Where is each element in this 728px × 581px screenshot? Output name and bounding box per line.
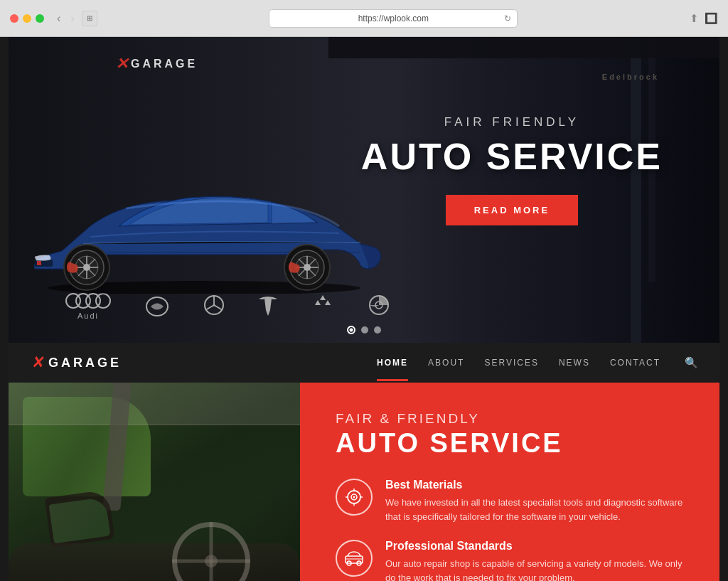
feature-1-text: Best Materials We have invested in all t… — [385, 479, 684, 524]
hero-subtitle: FAIR FRIENDLY — [361, 115, 663, 129]
feature-1-title: Best Materials — [385, 479, 684, 491]
car-svg — [19, 151, 389, 294]
nav-home[interactable]: HOME — [377, 358, 408, 368]
svg-point-32 — [353, 496, 355, 499]
svg-line-23 — [214, 305, 223, 310]
brand-bmw — [368, 294, 390, 319]
brand-audi: Audi — [65, 293, 111, 320]
section-image — [9, 383, 300, 581]
back-button[interactable]: ‹ — [54, 11, 63, 26]
hero-text-block: FAIR FRIENDLY AUTO SERVICE READ MORE — [361, 115, 663, 225]
search-icon[interactable]: 🔍 — [685, 356, 698, 369]
reload-icon[interactable]: ↻ — [504, 14, 511, 23]
hero-section: Edelbrock — [9, 37, 719, 343]
dot-active[interactable] — [347, 326, 355, 334]
slider-dots — [347, 326, 381, 334]
dot-2[interactable] — [374, 326, 381, 334]
svg-rect-37 — [346, 556, 363, 563]
dot-1[interactable] — [361, 326, 368, 334]
brand-mercedes — [203, 294, 225, 319]
close-button[interactable] — [10, 14, 18, 23]
car-roof-interior — [9, 383, 300, 425]
dashboard — [9, 543, 300, 581]
svg-marker-26 — [315, 300, 321, 305]
logo-area: ✕ GARAGE — [30, 353, 122, 373]
forward-button[interactable]: › — [68, 11, 77, 26]
bookmark-icon[interactable]: 🔲 — [705, 12, 718, 25]
feature-2: Professional Standards Our auto repair s… — [336, 540, 684, 581]
svg-point-10 — [83, 264, 90, 271]
feature-2-icon — [336, 540, 373, 577]
nav-about[interactable]: ABOUT — [428, 358, 464, 368]
hero-title: AUTO SERVICE — [361, 135, 663, 178]
navbar: ✕ GARAGE HOME ABOUT SERVICES NEWS CONTAC… — [9, 343, 719, 383]
svg-marker-27 — [325, 300, 331, 305]
garage-ceiling — [328, 37, 719, 58]
feature-2-text: Professional Standards Our auto repair s… — [385, 540, 684, 581]
feature-2-title: Professional Standards — [385, 540, 684, 553]
nav-services[interactable]: SERVICES — [484, 358, 538, 368]
window-tile-button[interactable]: ⊞ — [82, 11, 97, 26]
feature-1-description: We have invested in all the latest speci… — [385, 496, 684, 524]
hero-car — [19, 151, 389, 297]
section-subtitle: FAIR & FRIENDLY — [336, 411, 684, 427]
feature-2-description: Our auto repair shop is capable of servi… — [385, 557, 684, 581]
feature-1-icon — [336, 479, 373, 516]
brand-audi-label: Audi — [77, 311, 99, 320]
brand-tesla — [259, 294, 277, 319]
share-icon[interactable]: ⬆ — [690, 12, 699, 25]
read-more-button[interactable]: READ MORE — [446, 195, 578, 225]
website-container: Edelbrock — [9, 37, 719, 581]
brand-mitsubishi — [311, 295, 334, 318]
mirror-reflection — [49, 496, 111, 543]
brands-strip: Audi — [65, 293, 390, 320]
browser-chrome: ‹ › ⊞ https://wplook.com ↻ ⬆ 🔲 — [0, 0, 728, 37]
nav-news[interactable]: NEWS — [559, 358, 590, 368]
wall-text: Edelbrock — [602, 73, 659, 81]
svg-line-24 — [205, 305, 214, 310]
red-section: FAIR & FRIENDLY AUTO SERVICE — [9, 383, 719, 581]
maximize-button[interactable] — [36, 14, 44, 23]
svg-point-18 — [304, 264, 311, 271]
logo-text: GARAGE — [48, 356, 122, 371]
hero-logo: ✕ GARAGE — [115, 55, 198, 73]
nav-contact[interactable]: CONTACT — [610, 358, 660, 368]
svg-rect-2 — [37, 261, 41, 265]
logo-x-icon: ✕ — [31, 353, 43, 373]
minimize-button[interactable] — [23, 14, 31, 23]
brand-mazda — [145, 297, 169, 316]
address-bar[interactable]: https://wplook.com ↻ — [269, 9, 518, 28]
section-title: AUTO SERVICE — [336, 428, 684, 459]
traffic-lights — [10, 14, 44, 23]
feature-1: Best Materials We have invested in all t… — [336, 479, 684, 524]
nav-menu: HOME ABOUT SERVICES NEWS CONTACT 🔍 — [377, 356, 698, 369]
section-content: FAIR & FRIENDLY AUTO SERVICE — [300, 383, 719, 581]
